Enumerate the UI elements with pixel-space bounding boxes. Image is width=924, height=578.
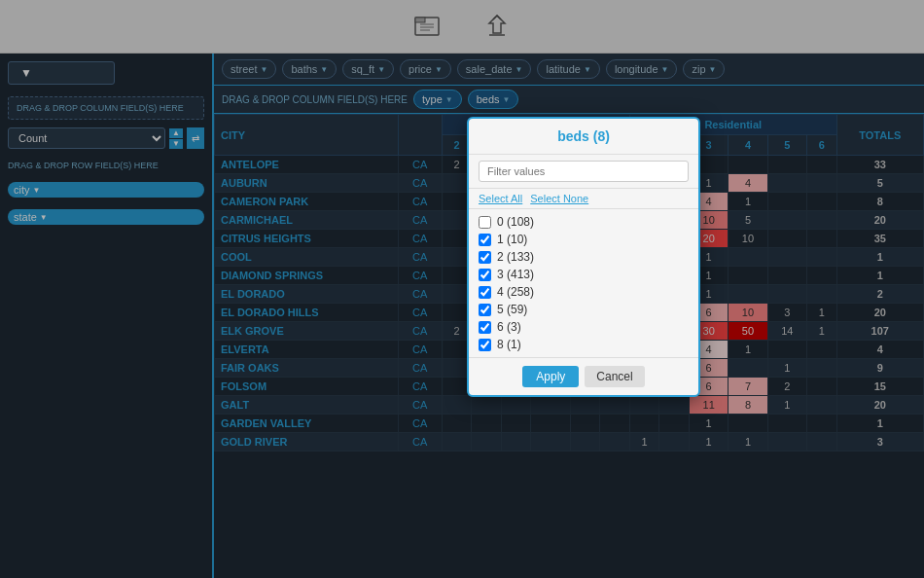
modal-option-6: 6 (3) <box>479 318 689 336</box>
option-label-8: 8 (1) <box>497 338 521 351</box>
option-label-3: 3 (413) <box>497 268 534 281</box>
modal-option-1: 1 (10) <box>479 231 689 248</box>
option-checkbox-3[interactable] <box>479 269 491 281</box>
option-label-6: 6 (3) <box>497 320 521 334</box>
option-label-2: 2 (133) <box>497 250 534 264</box>
modal-footer: Apply Cancel <box>469 357 698 395</box>
modal-option-5: 5 (59) <box>479 301 689 318</box>
modal-option-3: 3 (413) <box>479 266 689 283</box>
option-checkbox-4[interactable] <box>479 286 491 299</box>
beds-filter-modal: beds (8) Select All Select None 0 (108)1… <box>467 117 700 397</box>
option-checkbox-2[interactable] <box>479 251 491 264</box>
modal-option-0: 0 (108) <box>479 213 689 231</box>
option-checkbox-1[interactable] <box>479 234 491 246</box>
cancel-button[interactable]: Cancel <box>585 366 644 387</box>
modal-option-2: 2 (133) <box>479 248 689 266</box>
select-all-button[interactable]: Select All <box>479 193 522 204</box>
option-label-5: 5 (59) <box>497 303 527 316</box>
apply-button[interactable]: Apply <box>522 366 579 387</box>
modal-option-8: 8 (1) <box>479 336 689 353</box>
option-label-0: 0 (108) <box>497 215 534 229</box>
modal-option-4: 4 (258) <box>479 283 689 301</box>
modal-title: beds (8) <box>469 119 698 155</box>
option-checkbox-6[interactable] <box>479 321 491 334</box>
filter-values-input[interactable] <box>479 161 689 182</box>
option-checkbox-8[interactable] <box>479 339 491 351</box>
modal-actions: Select All Select None <box>469 189 698 209</box>
option-checkbox-5[interactable] <box>479 304 491 316</box>
option-label-4: 4 (258) <box>497 285 534 299</box>
modal-search-area <box>469 155 698 189</box>
option-label-1: 1 (10) <box>497 233 527 246</box>
modal-overlay: beds (8) Select All Select None 0 (108)1… <box>0 0 924 578</box>
select-none-button[interactable]: Select None <box>530 193 588 204</box>
option-checkbox-0[interactable] <box>479 216 491 229</box>
modal-options-list: 0 (108)1 (10)2 (133)3 (413)4 (258)5 (59)… <box>469 209 698 357</box>
